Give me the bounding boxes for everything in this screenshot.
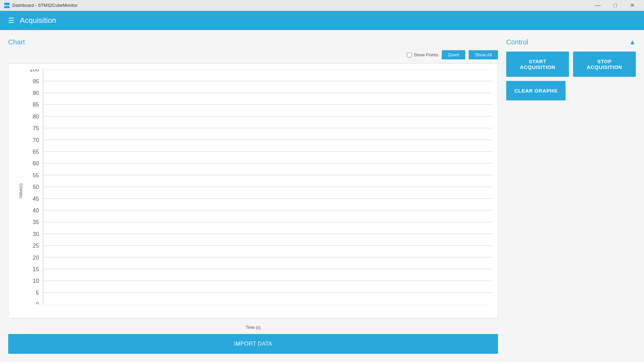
svg-text:90: 90 xyxy=(33,90,39,96)
svg-text:85: 85 xyxy=(33,101,39,108)
svg-text:95: 95 xyxy=(33,78,39,84)
chart-controls: Show Points Zoom Show All xyxy=(8,50,498,59)
stop-acquisition-button[interactable]: STOP ACQUISITION xyxy=(573,52,636,77)
svg-text:40: 40 xyxy=(33,207,39,214)
svg-text:75: 75 xyxy=(33,125,39,131)
svg-text:50: 50 xyxy=(33,184,39,190)
start-acquisition-button[interactable]: START ACQUISITION xyxy=(506,52,569,77)
zoom-button[interactable]: Zoom xyxy=(442,50,465,59)
title-bar-left: Mon Dashboard - STM32CubeMonitor xyxy=(4,3,77,8)
app-icon: Mon xyxy=(4,3,10,8)
title-bar: Mon Dashboard - STM32CubeMonitor — □ ✕ xyxy=(0,0,644,11)
svg-text:35: 35 xyxy=(33,219,39,225)
chart-title: Chart xyxy=(8,38,498,46)
svg-text:10: 10 xyxy=(33,278,39,284)
chart-panel: Chart Show Points Zoom Show All Value(s) xyxy=(8,38,498,354)
chart-area: Value(s) 100 95 90 xyxy=(8,64,498,318)
title-bar-controls: — □ ✕ xyxy=(590,0,640,11)
minimize-button[interactable]: — xyxy=(590,0,606,11)
show-points-checkbox[interactable] xyxy=(407,53,412,57)
hamburger-icon[interactable]: ☰ xyxy=(8,16,14,25)
svg-text:5: 5 xyxy=(36,290,39,296)
svg-text:45: 45 xyxy=(33,195,39,202)
main-content: Chart Show Points Zoom Show All Value(s) xyxy=(0,30,644,362)
svg-text:25: 25 xyxy=(33,242,39,249)
clear-graphs-button[interactable]: CLEAR GRAPHS xyxy=(506,81,566,100)
page-title: Acquisition xyxy=(20,16,56,25)
svg-text:30: 30 xyxy=(33,231,39,237)
close-button[interactable]: ✕ xyxy=(624,0,640,11)
window-title: Dashboard - STM32CubeMonitor xyxy=(12,3,77,8)
svg-text:20: 20 xyxy=(33,254,39,261)
import-data-button[interactable]: IMPORT DATA xyxy=(8,334,498,354)
svg-text:80: 80 xyxy=(33,113,39,120)
control-title: Control xyxy=(506,38,528,46)
y-axis-group: 100 95 90 85 80 xyxy=(30,69,492,304)
show-points-label: Show Points xyxy=(407,52,438,57)
svg-text:60: 60 xyxy=(33,160,39,167)
y-axis-label: Value(s) xyxy=(18,183,23,198)
svg-text:0: 0 xyxy=(36,301,39,304)
header: ☰ Acquisition xyxy=(0,11,644,30)
collapse-icon[interactable]: ▲ xyxy=(629,38,636,46)
chart-svg: 100 95 90 85 80 xyxy=(28,69,492,304)
x-axis-label: Time (s) xyxy=(8,325,498,330)
show-all-button[interactable]: Show All xyxy=(469,50,498,59)
control-header: Control ▲ xyxy=(506,38,636,52)
svg-text:65: 65 xyxy=(33,149,39,155)
svg-text:100: 100 xyxy=(30,69,39,73)
svg-text:55: 55 xyxy=(33,172,39,179)
svg-text:70: 70 xyxy=(33,137,39,143)
restore-button[interactable]: □ xyxy=(607,0,623,11)
svg-text:15: 15 xyxy=(33,266,39,273)
control-buttons: START ACQUISITION STOP ACQUISITION CLEAR… xyxy=(506,52,636,100)
chart-inner: 100 95 90 85 80 xyxy=(28,69,492,304)
control-panel: Control ▲ START ACQUISITION STOP ACQUISI… xyxy=(506,38,636,354)
